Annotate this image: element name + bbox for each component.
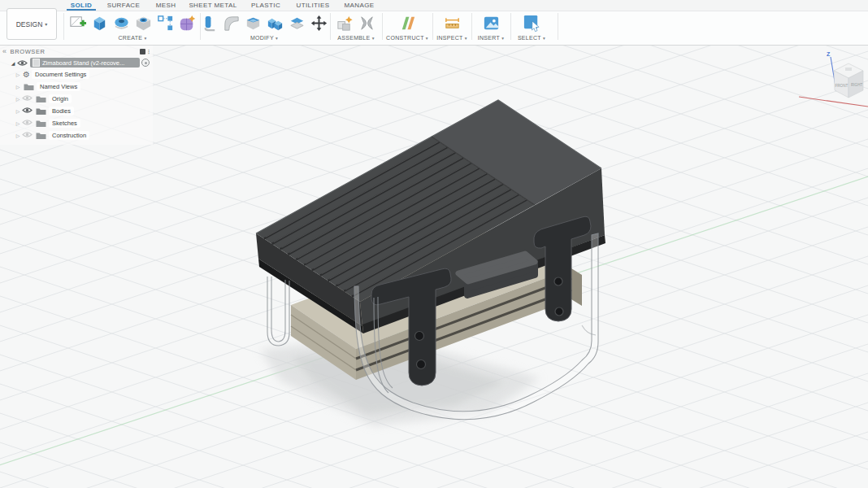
- modify-group-label[interactable]: MODIFY ▾: [250, 35, 278, 41]
- select-icon: [523, 14, 541, 33]
- view-cube[interactable]: Z FRONT RIGHT: [799, 51, 868, 107]
- visibility-eye-icon[interactable]: [17, 55, 28, 70]
- joint-button[interactable]: [357, 12, 377, 33]
- chevron-down-icon: ▾: [426, 36, 428, 41]
- chevron-down-icon: ▾: [465, 36, 467, 41]
- move-button[interactable]: [309, 12, 329, 33]
- folder-icon: [24, 83, 34, 91]
- visibility-eye-icon[interactable]: [22, 119, 33, 128]
- activate-component-radio[interactable]: [141, 59, 150, 67]
- select-group-label[interactable]: SELECT ▾: [518, 35, 545, 41]
- tab-solid[interactable]: SOLID: [63, 0, 99, 11]
- visibility-eye-icon[interactable]: [22, 94, 33, 103]
- tree-item-origin[interactable]: ▷ Origin: [0, 93, 153, 105]
- toolbar-group-construct: CONSTRUCT ▾: [385, 11, 429, 44]
- insert-image-button[interactable]: [481, 12, 501, 33]
- offset-face-icon: [288, 14, 306, 33]
- expand-triangle-icon[interactable]: ▷: [15, 133, 21, 138]
- expand-triangle-icon[interactable]: ◢: [10, 60, 16, 66]
- expand-triangle-icon[interactable]: ▷: [15, 84, 21, 89]
- document-icon: [33, 59, 40, 67]
- combine-icon: [266, 14, 284, 33]
- extrude-icon: [90, 14, 109, 33]
- select-button[interactable]: [522, 12, 542, 33]
- collapse-panel-icon[interactable]: «: [2, 47, 7, 55]
- bracket-screw: [554, 277, 562, 285]
- ribbon-toolbar: SOLID SURFACE MESH SHEET METAL PLASTIC U…: [0, 0, 868, 46]
- folder-icon: [36, 107, 46, 115]
- visibility-eye-icon[interactable]: [22, 131, 33, 140]
- chevron-down-icon: ▾: [501, 36, 504, 41]
- toolbar-group-inspect: INSPECT ▾: [434, 11, 470, 44]
- construct-plane-button[interactable]: [397, 12, 418, 33]
- design-label: DESIGN: [16, 20, 43, 28]
- expand-triangle-icon[interactable]: ▷: [15, 96, 21, 102]
- browser-panel: « BROWSER ⁝ ◢ Zimaboard Stand (v2-recove…: [0, 46, 153, 145]
- folder-icon: [36, 132, 46, 140]
- tab-mesh[interactable]: MESH: [148, 0, 184, 11]
- shell-icon: [244, 14, 263, 33]
- form-icon: [178, 14, 197, 33]
- measure-button[interactable]: [442, 12, 462, 33]
- chevron-down-icon: ▾: [144, 36, 146, 41]
- tree-item-bodies[interactable]: ▷ Bodies: [0, 105, 153, 117]
- toolbar-group-insert: INSERT ▾: [473, 11, 509, 44]
- expand-triangle-icon[interactable]: ▷: [15, 72, 21, 77]
- fillet-button[interactable]: [221, 12, 241, 33]
- create-sketch-button[interactable]: [67, 12, 88, 33]
- tab-plastic[interactable]: PLASTIC: [242, 0, 289, 11]
- shell-button[interactable]: [243, 12, 263, 33]
- visibility-eye-icon[interactable]: [22, 107, 33, 115]
- form-button[interactable]: [177, 12, 197, 33]
- expand-triangle-icon[interactable]: ▷: [15, 120, 21, 126]
- tab-manage[interactable]: MANAGE: [336, 0, 382, 11]
- z-axis-label: Z: [827, 51, 831, 57]
- tree-item-construction[interactable]: ▷ Construction: [0, 129, 153, 142]
- fillet-icon: [222, 14, 241, 33]
- tree-item-label: Bodies: [49, 107, 74, 115]
- assemble-group-label[interactable]: ASSEMBLE ▾: [337, 35, 374, 41]
- construct-plane-icon: [398, 14, 417, 33]
- ribbon-tab-strip: SOLID SURFACE MESH SHEET METAL PLASTIC U…: [0, 0, 868, 11]
- new-component-button[interactable]: [335, 12, 355, 33]
- inspect-group-label[interactable]: INSPECT ▾: [436, 35, 467, 41]
- construct-group-label[interactable]: CONSTRUCT ▾: [386, 35, 428, 41]
- root-component-pill[interactable]: Zimaboard Stand (v2-recove...: [30, 58, 140, 68]
- bracket-screw: [415, 332, 424, 341]
- revolve-icon: [112, 14, 131, 33]
- new-component-icon: [336, 14, 354, 33]
- pattern-button[interactable]: [155, 12, 176, 33]
- design-workspace-dropdown[interactable]: DESIGN ▾: [7, 8, 57, 40]
- tab-surface[interactable]: SURFACE: [99, 0, 148, 11]
- tree-item-named-views[interactable]: ▷ Named Views: [0, 81, 153, 93]
- joint-icon: [358, 14, 376, 33]
- tab-utilities[interactable]: UTILITIES: [289, 0, 336, 11]
- viewcube-front-label: FRONT: [835, 84, 848, 88]
- tree-item-document-settings[interactable]: ▷ ⚙ Document Settings: [0, 68, 153, 81]
- toolbar-group-assemble: ASSEMBLE ▾: [333, 11, 379, 44]
- tab-sheet-metal[interactable]: SHEET METAL: [184, 0, 242, 11]
- toolbar-group-modify: MODIFY ▾: [203, 11, 325, 44]
- toolbar-group-create: CREATE ▾: [67, 11, 198, 44]
- revolve-button[interactable]: [111, 12, 132, 33]
- root-component-label: Zimaboard Stand (v2-recove...: [42, 59, 124, 67]
- panel-menu-icon[interactable]: ⁝: [148, 48, 150, 55]
- tree-root-row[interactable]: ◢ Zimaboard Stand (v2-recove...: [0, 57, 153, 68]
- insert-image-icon: [482, 14, 501, 33]
- tree-item-label: Document Settings: [32, 70, 89, 79]
- extrude-button[interactable]: [89, 12, 110, 33]
- tree-item-sketches[interactable]: ▷ Sketches: [0, 117, 153, 129]
- gear-icon: ⚙: [23, 71, 30, 79]
- display-settings-icon[interactable]: [140, 49, 145, 54]
- insert-group-label[interactable]: INSERT ▾: [478, 35, 505, 41]
- bracket-screw: [417, 360, 426, 369]
- folder-icon: [36, 120, 46, 128]
- hole-button[interactable]: [133, 12, 154, 33]
- create-group-label[interactable]: CREATE ▾: [119, 35, 147, 41]
- offset-face-button[interactable]: [287, 12, 307, 33]
- move-icon: [310, 14, 328, 33]
- combine-button[interactable]: [265, 12, 285, 33]
- create-sketch-icon: [68, 14, 87, 33]
- flange-button[interactable]: [199, 12, 219, 33]
- expand-triangle-icon[interactable]: ▷: [15, 108, 21, 114]
